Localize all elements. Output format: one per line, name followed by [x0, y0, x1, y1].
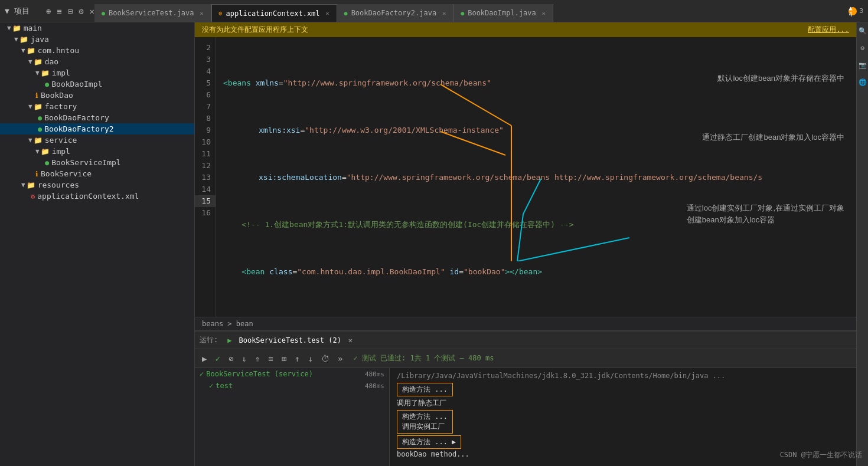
btn-filter2[interactable]: ⇑: [253, 353, 262, 365]
top-right-badges: ▲ 4 3: [849, 7, 868, 15]
sidebar-label-resources: resources: [38, 181, 79, 189]
tab-bookservicetest[interactable]: ● BookServiceTest.java ✕: [94, 4, 211, 22]
project-menu[interactable]: ▼ 项目: [0, 6, 34, 17]
sidebar-label-bookserviceimpl: BookServiceImpl: [51, 158, 120, 167]
icon-add[interactable]: ⊕: [46, 6, 51, 16]
code-line-7: [223, 313, 849, 317]
sidebar-label-dao-impl: impl: [52, 68, 70, 77]
sidebar: ▼ 📁 main ▼ 📁 java ▼ 📁 com.hntou ▼ 📁 dao: [0, 22, 195, 466]
annot-static-factory: 通过静态工厂创建bean对象加入loc容器中: [702, 132, 844, 143]
top-icons: ⊕ ≡ ⊟ ⚙ ✕: [46, 6, 94, 16]
code-editor[interactable]: 2 3 4 5 6 7 8 9 10 11 12 13 14 15 16 <: [195, 37, 856, 317]
right-icon-3[interactable]: 📷: [859, 61, 867, 69]
btn-up[interactable]: ↑: [292, 353, 302, 365]
project-label: ▼: [5, 6, 9, 15]
tab-icon-2: ⚙: [219, 10, 223, 17]
test-status: ✓ 测试 已通过: 1共 1 个测试 – 480 ms: [353, 353, 494, 363]
sidebar-label-bookdao: BookDao: [41, 91, 73, 100]
sidebar-item-factory[interactable]: ▼ 📁 factory: [0, 101, 194, 112]
right-icon-2[interactable]: ⚙: [860, 44, 864, 52]
output-block-1: 构造方法 ... 调用了静态工厂: [397, 382, 849, 409]
btn-collapse[interactable]: ≡: [266, 353, 275, 365]
sidebar-label-java: java: [31, 35, 49, 44]
right-icon-4[interactable]: 🌐: [859, 78, 867, 86]
code-line-4: xsi:schemaLocation="http://www.springfra…: [223, 172, 849, 183]
line-numbers: 2 3 4 5 6 7 8 9 10 11 12 13 14 15 16: [195, 37, 216, 317]
file-icon-bookdaoimpl: ●: [45, 80, 49, 88]
sidebar-item-service-impl[interactable]: ▼ 📁 impl: [0, 146, 194, 157]
sidebar-label-service: service: [45, 136, 77, 145]
btn-more[interactable]: »: [335, 353, 345, 365]
sidebar-item-bookdao[interactable]: ℹ BookDao: [0, 90, 194, 101]
folder-icon-resources: 📁: [27, 181, 35, 189]
tabs-area: ● BookServiceTest.java ✕ ⚙ applicationCo…: [94, 0, 849, 22]
file-icon-bookservice: ℹ: [35, 170, 38, 178]
btn-filter1[interactable]: ⇓: [239, 353, 249, 365]
folder-icon-service: 📁: [34, 136, 43, 145]
btn-expand[interactable]: ⊞: [279, 353, 289, 365]
tab-close-3[interactable]: ✕: [442, 10, 446, 17]
warning-bar: 没有为此文件配置应用程序上下文 配置应用...: [195, 22, 856, 37]
sidebar-item-java[interactable]: ▼ 📁 java: [0, 34, 194, 45]
breadcrumb-path: beans > bean: [202, 320, 253, 328]
tab-bookdaoimpl[interactable]: ● BookDaoImpl.java ✕: [453, 4, 553, 22]
icon-split[interactable]: ⊟: [68, 6, 73, 16]
editor-area: 没有为此文件配置应用程序上下文 配置应用... 2 3 4 5 6 7 8 9 …: [195, 22, 856, 466]
btn-play[interactable]: ▶: [200, 353, 209, 365]
sidebar-item-bookdaofactory[interactable]: ● BookDaoFactory: [0, 112, 194, 123]
btn-down[interactable]: ↓: [306, 353, 315, 365]
sidebar-item-main[interactable]: ▼ 📁 main: [0, 22, 194, 34]
file-icon-bookserviceimpl: ●: [45, 159, 49, 167]
run-test-label[interactable]: BookServiceTest.test (2): [239, 336, 341, 344]
test-suite-bookservicetest[interactable]: ✓ BookServiceTest (service) 480ms: [195, 368, 389, 380]
right-icon-1[interactable]: 🔍: [859, 27, 867, 35]
code-content[interactable]: <beans xmlns="http://www.springframework…: [216, 37, 856, 317]
folder-icon-factory: 📁: [34, 103, 43, 111]
bottom-panel: 运行: ▶ BookServiceTest.test (2) ✕ ▶ ✓ ⊘ ⇓…: [195, 330, 856, 466]
folder-arrow-factory: ▼: [28, 103, 32, 110]
top-bar: ▼ 项目 ⊕ ≡ ⊟ ⚙ ✕ ● BookServiceTest.java ✕ …: [0, 0, 868, 22]
svg-line-5: [517, 238, 629, 261]
sidebar-label-appcontext: applicationContext.xml: [37, 192, 139, 201]
icon-gear[interactable]: ⚙: [79, 6, 83, 16]
sidebar-item-appcontext[interactable]: ⚙ applicationContext.xml: [0, 191, 194, 202]
folder-arrow-service-impl: ▼: [35, 147, 40, 155]
btn-clock[interactable]: ⏱: [319, 353, 332, 365]
svg-line-3: [523, 179, 541, 214]
folder-arrow-comhntou: ▼: [21, 47, 25, 54]
annot-default-loc: 默认loc创建bean对象并存储在容器中: [717, 73, 844, 84]
sidebar-item-bookservice[interactable]: ℹ BookService: [0, 168, 194, 179]
warning-action[interactable]: 配置应用...: [808, 25, 849, 35]
sidebar-item-service[interactable]: ▼ 📁 service: [0, 134, 194, 146]
test-suite-time: 480ms: [365, 370, 384, 378]
tab-close-1[interactable]: ✕: [200, 10, 204, 17]
right-activity-bar: 🔍 ⚙ 📷 🌐: [856, 22, 868, 466]
project-name: 项目: [14, 6, 30, 17]
sidebar-item-dao-impl[interactable]: ▼ 📁 impl: [0, 67, 194, 78]
sidebar-item-resources[interactable]: ▼ 📁 resources: [0, 179, 194, 191]
icon-close[interactable]: ✕: [90, 6, 94, 16]
tab-label-4: BookDaoImpl.java: [468, 9, 536, 17]
sidebar-item-comhntou[interactable]: ▼ 📁 com.hntou: [0, 45, 194, 56]
tab-applicationcontext[interactable]: ⚙ applicationContext.xml ✕: [211, 4, 337, 22]
file-icon-appcontext: ⚙: [31, 192, 35, 201]
file-icon-bookdaofactory: ●: [38, 114, 42, 122]
sidebar-item-bookserviceimpl[interactable]: ● BookServiceImpl: [0, 157, 194, 168]
tab-label-2: applicationContext.xml: [226, 9, 320, 18]
close-run-tab[interactable]: ✕: [348, 336, 353, 344]
sidebar-label-dao: dao: [45, 57, 58, 66]
play-icon[interactable]: ▶: [227, 336, 231, 344]
icon-list[interactable]: ≡: [57, 6, 61, 16]
test-item-test[interactable]: ✓ test 480ms: [195, 380, 389, 392]
folder-icon-java: 📁: [19, 35, 28, 44]
sidebar-item-bookdaofactory2[interactable]: ● BookDaoFactory2: [0, 123, 194, 134]
file-icon-bookdaofactory2: ●: [38, 125, 42, 133]
tab-close-4[interactable]: ✕: [542, 10, 546, 17]
sidebar-item-bookdaoimpl[interactable]: ● BookDaoImpl: [0, 78, 194, 90]
tab-close-2[interactable]: ✕: [326, 10, 329, 17]
btn-stop[interactable]: ⊘: [226, 353, 236, 365]
bottom-content: ✓ BookServiceTest (service) 480ms ✓ test…: [195, 368, 856, 466]
sidebar-item-dao[interactable]: ▼ 📁 dao: [0, 56, 194, 67]
btn-check[interactable]: ✓: [213, 353, 222, 365]
tab-bookdaofactory2[interactable]: ● BookDaoFactory2.java ✕: [337, 4, 454, 22]
